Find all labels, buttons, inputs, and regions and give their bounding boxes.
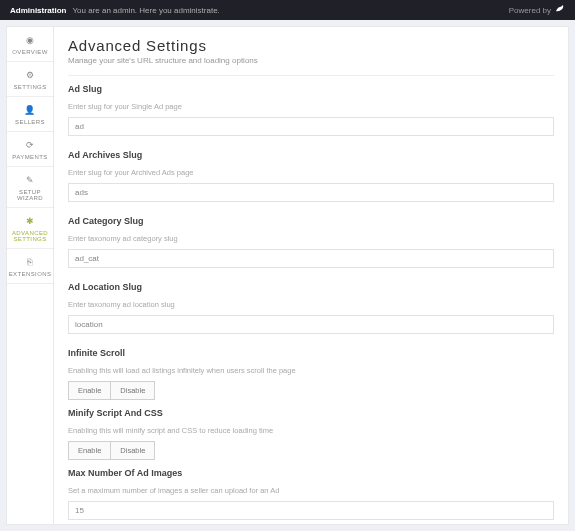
sidebar-item-sellers[interactable]: 👤 SELLERS [7,97,53,132]
location-hint: Enter taxonomy ad location slug [68,300,554,309]
admin-title: Administration [10,6,66,15]
divider [68,75,554,76]
user-icon: 👤 [24,105,35,115]
sidebar-item-label: SETTINGS [13,84,46,90]
copy-icon: ⎘ [27,257,32,267]
scroll-toggle: Enable Disable [68,381,554,400]
section-location-label: Ad Location Slug [68,282,554,292]
page-subtitle: Manage your site's URL structure and loa… [68,56,554,65]
sidebar-item-extensions[interactable]: ⎘ EXTENSIONS [7,249,53,284]
ad-slug-input[interactable] [68,117,554,136]
category-hint: Enter taxonomy ad category slug [68,234,554,243]
content-panel: Advanced Settings Manage your site's URL… [54,26,569,525]
sidebar-item-label: ADVANCED SETTINGS [9,230,51,242]
scroll-hint: Enabling this will load ad listings infi… [68,366,554,375]
scroll-disable-button[interactable]: Disable [111,381,155,400]
sidebar-item-label: SETUP WIZARD [9,189,51,201]
sidebar-item-payments[interactable]: ⟳ PAYMENTS [7,132,53,167]
wand-icon: ✎ [26,175,34,185]
page-title: Advanced Settings [68,37,554,54]
minify-enable-button[interactable]: Enable [68,441,111,460]
section-archives-label: Ad Archives Slug [68,150,554,160]
bird-icon [555,4,565,16]
ad-slug-hint: Enter slug for your Single Ad page [68,102,554,111]
section-scroll-label: Infinite Scroll [68,348,554,358]
gear-icon: ⚙ [26,70,34,80]
sidebar-item-label: PAYMENTS [12,154,47,160]
sidebar-item-label: SELLERS [15,119,45,125]
sidebar-item-advanced-settings[interactable]: ✱ ADVANCED SETTINGS [7,208,53,249]
category-input[interactable] [68,249,554,268]
topbar: Administration You are an admin. Here yo… [0,0,575,20]
archives-hint: Enter slug for your Archived Ads page [68,168,554,177]
section-minify-label: Minify Script And CSS [68,408,554,418]
minify-toggle: Enable Disable [68,441,554,460]
refresh-icon: ⟳ [26,140,34,150]
minify-disable-button[interactable]: Disable [111,441,155,460]
section-category-label: Ad Category Slug [68,216,554,226]
sparkle-icon: ✱ [26,216,34,226]
section-ad-slug-label: Ad Slug [68,84,554,94]
sidebar-item-label: OVERVIEW [12,49,47,55]
sidebar-item-settings[interactable]: ⚙ SETTINGS [7,62,53,97]
section-maximg-label: Max Number Of Ad Images [68,468,554,478]
maximg-input[interactable] [68,501,554,520]
archives-input[interactable] [68,183,554,202]
powered-by-label: Powered by [509,6,551,15]
sidebar-item-setup-wizard[interactable]: ✎ SETUP WIZARD [7,167,53,208]
scroll-enable-button[interactable]: Enable [68,381,111,400]
maximg-hint: Set a maximum number of images a seller … [68,486,554,495]
minify-hint: Enabling this will minify script and CSS… [68,426,554,435]
sidebar: ◉ OVERVIEW ⚙ SETTINGS 👤 SELLERS ⟳ PAYMEN… [6,26,54,525]
gauge-icon: ◉ [26,35,34,45]
sidebar-item-overview[interactable]: ◉ OVERVIEW [7,27,53,62]
sidebar-item-label: EXTENSIONS [9,271,52,277]
admin-subtitle: You are an admin. Here you administrate. [72,6,219,15]
location-input[interactable] [68,315,554,334]
